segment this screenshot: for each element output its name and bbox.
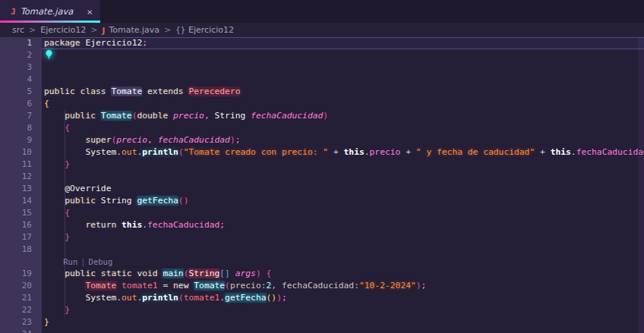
code-line[interactable]: 9 super(precio, fechaCaducidad);: [0, 134, 644, 146]
code-token: tomate1: [184, 293, 220, 303]
code-token: extends: [142, 86, 188, 96]
breadcrumb-item-tomate-java[interactable]: Tomate.java: [109, 25, 159, 35]
code-token: (: [178, 147, 184, 157]
line-number: 23: [0, 316, 42, 328]
breadcrumb-separator-icon: >: [86, 25, 102, 35]
code-token: ): [230, 135, 235, 145]
line-number: 8: [0, 122, 42, 134]
code-line[interactable]: 17 }: [0, 231, 644, 243]
code-token: precio:: [230, 281, 267, 291]
code-token: String: [214, 111, 251, 121]
code-token: Tomate: [101, 111, 132, 121]
line-number: 2: [0, 49, 42, 61]
code-content: [42, 328, 644, 333]
code-token: [44, 184, 65, 193]
code-content: {: [42, 207, 644, 219]
codelens-run-link[interactable]: Run: [63, 257, 77, 266]
code-line[interactable]: 4: [0, 74, 644, 86]
code-token: ): [276, 293, 282, 303]
code-token: package: [44, 38, 85, 48]
code-line[interactable]: 15 {: [0, 207, 644, 219]
code-line[interactable]: 13 @Override: [0, 183, 644, 195]
code-token: [230, 269, 235, 278]
line-number: 10: [0, 146, 42, 159]
tab-tomate-java[interactable]: J Tomate.java ×: [0, 0, 100, 23]
code-content: }: [42, 316, 644, 328]
code-token: [44, 159, 65, 169]
code-token: Tomate: [194, 281, 225, 291]
code-line[interactable]: 2: [0, 49, 644, 61]
line-number: 19: [0, 268, 42, 280]
code-token: ,: [271, 281, 282, 291]
code-content: System.out.println("Tomate creado con pr…: [42, 146, 644, 159]
scrollbar[interactable]: [638, 37, 644, 333]
code-token: fechaCaducidad: [158, 135, 230, 145]
code-token: ): [416, 281, 421, 291]
code-token: ;: [282, 293, 287, 303]
code-token: [44, 196, 65, 206]
code-content: [42, 61, 644, 74]
code-content: public static void main(String[] args) {: [42, 268, 644, 280]
code-token: fechaCaducidad:: [282, 281, 359, 291]
code-token: ;: [142, 38, 147, 48]
breadcrumb-item-ejercicio12[interactable]: Ejercicio12: [40, 25, 86, 35]
code-content: [42, 74, 644, 86]
code-token: ;: [219, 220, 225, 230]
codelens-separator: |: [77, 257, 88, 266]
code-token: "Tomate creado con precio: ": [184, 147, 328, 157]
breadcrumb-separator-icon: >: [159, 25, 175, 35]
breadcrumb-item-src[interactable]: src: [12, 25, 24, 35]
code-line[interactable]: 22 }: [0, 304, 644, 316]
symbol-namespace-icon: {}: [175, 26, 185, 34]
code-token: [44, 147, 85, 157]
code-token: (): [178, 196, 189, 206]
code-token: +: [535, 147, 550, 157]
code-line[interactable]: 19 public static void main(String[] args…: [0, 268, 644, 280]
line-number: 5: [0, 86, 42, 98]
code-line[interactable]: 23}: [0, 316, 644, 328]
code-line[interactable]: 12: [0, 171, 644, 183]
breadcrumb-item-symbol-ejercicio12[interactable]: Ejercicio12: [188, 25, 234, 35]
code-token: [44, 293, 85, 303]
code-token: super: [85, 135, 111, 145]
code-token: .: [571, 147, 576, 157]
codelens-debug-link[interactable]: Debug: [89, 257, 113, 266]
code-line[interactable]: 7 public Tomate(double precio, String fe…: [0, 110, 644, 122]
line-number: 14: [0, 195, 42, 207]
code-line[interactable]: 10 System.out.println("Tomate creado con…: [0, 146, 644, 159]
code-line[interactable]: 14 public String getFecha(): [0, 195, 644, 207]
code-token: [44, 111, 65, 121]
code-line[interactable]: 8 {: [0, 122, 644, 134]
code-token: [44, 305, 65, 315]
code-content: {: [42, 122, 644, 134]
code-line[interactable]: 6{: [0, 98, 644, 110]
tab-close-icon[interactable]: ×: [87, 7, 93, 17]
code-token: [44, 123, 65, 133]
line-number: 1: [0, 37, 42, 49]
code-line[interactable]: 16 return this.fechaCaducidad;: [0, 219, 644, 231]
code-token: ,: [204, 111, 215, 121]
line-number: 16: [0, 219, 42, 231]
line-number: 4: [0, 74, 42, 86]
code-line[interactable]: 1package Ejercicio12;: [0, 37, 644, 49]
code-token: ;: [421, 281, 427, 291]
lightbulb-icon[interactable]: [44, 49, 54, 59]
code-line[interactable]: 18: [0, 243, 644, 256]
code-token: public: [65, 196, 101, 206]
code-line[interactable]: 11 }: [0, 159, 644, 171]
code-token: .: [365, 147, 370, 157]
code-content: Tomate tomate1 = new Tomate(precio:2, fe…: [42, 280, 644, 292]
line-number: 7: [0, 110, 42, 122]
code-token: fechaCaducidad: [147, 220, 219, 230]
code-line[interactable]: 3: [0, 61, 644, 74]
line-number: 11: [0, 159, 42, 171]
code-line[interactable]: 21 System.out.println(tomate1.getFecha()…: [0, 292, 644, 304]
code-content: public class Tomate extends Perecedero: [42, 86, 644, 98]
code-line[interactable]: 20 Tomate tomate1 = new Tomate(precio:2,…: [0, 280, 644, 292]
code-content: }: [42, 231, 644, 243]
code-token: ,: [147, 135, 158, 145]
code-line[interactable]: 5public class Tomate extends Perecedero: [0, 86, 644, 98]
code-token: " y fecha de caducidad": [416, 147, 535, 157]
java-file-icon: J: [11, 7, 16, 17]
code-line[interactable]: 24: [0, 328, 644, 333]
